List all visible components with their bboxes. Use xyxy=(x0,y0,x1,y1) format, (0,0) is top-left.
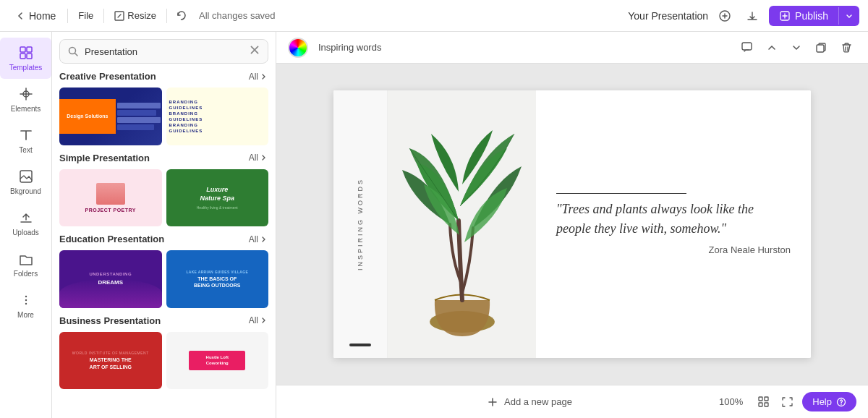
education-title: Education Presentation xyxy=(59,234,164,244)
svg-point-10 xyxy=(25,299,26,301)
chevron-right-icon xyxy=(260,153,268,162)
template-card-hustle[interactable]: Hustle LoftCoworking xyxy=(166,332,269,390)
undo-icon xyxy=(176,10,187,22)
slide-decorative-line xyxy=(556,193,686,194)
template-card-luxure[interactable]: LuxureNature Spa Healthy living & treatm… xyxy=(166,169,269,227)
text-icon xyxy=(18,127,34,143)
sidebar-item-folders[interactable]: Folders xyxy=(0,244,51,285)
slide-right-panel: "Trees and plants always look like the p… xyxy=(536,90,811,358)
business-section: Business Presentation All World Institut… xyxy=(59,315,268,390)
creative-section: Creative Presentation All Design Solutio… xyxy=(59,71,268,145)
elements-icon xyxy=(18,86,34,102)
color-picker-button[interactable] xyxy=(288,38,308,58)
templates-panel: Creative Presentation All Design Solutio… xyxy=(52,32,276,418)
slide-image-panel xyxy=(388,90,536,358)
resize-icon xyxy=(114,11,124,21)
svg-rect-16 xyxy=(759,397,762,401)
education-all[interactable]: All xyxy=(249,234,268,244)
simple-all[interactable]: All xyxy=(249,153,268,163)
search-box xyxy=(59,39,268,64)
slide-quote-container: "Trees and plants always look like the p… xyxy=(556,193,791,255)
slide-author-text: Zora Neale Hurston xyxy=(556,244,791,255)
delete-button[interactable] xyxy=(837,38,856,57)
education-header: Education Presentation All xyxy=(59,234,268,244)
business-grid: World Institute of Management MASTERING … xyxy=(59,332,268,390)
search-input[interactable] xyxy=(85,46,243,57)
chevron-right-icon xyxy=(260,235,268,244)
download-button[interactable] xyxy=(741,5,763,27)
business-header: Business Presentation All xyxy=(59,315,268,326)
search-clear-button[interactable] xyxy=(249,44,260,59)
slide-bottom-bar xyxy=(349,344,371,346)
template-card-project-poetry[interactable]: Project Poetry xyxy=(59,169,162,227)
duplicate-icon xyxy=(815,41,827,54)
zoom-level[interactable]: 100% xyxy=(713,393,749,410)
duplicate-button[interactable] xyxy=(812,38,831,57)
template-card-branding[interactable]: BRANDING GUIDELINES BRANDING GUIDELINES … xyxy=(166,88,269,145)
creative-all[interactable]: All xyxy=(249,72,268,82)
template-card-understanding[interactable]: Understanding Dreams xyxy=(59,250,162,308)
download-icon xyxy=(746,9,759,22)
add-page-button[interactable]: Add a new page xyxy=(346,396,713,408)
slide-vertical-text: Inspiring Words xyxy=(357,178,364,270)
chevron-left-icon xyxy=(14,10,26,22)
uploads-label: Uploads xyxy=(12,229,39,236)
file-label: File xyxy=(78,10,93,21)
grid-view-button[interactable] xyxy=(754,393,773,411)
help-icon xyxy=(836,397,846,407)
chevron-right-icon xyxy=(260,316,268,325)
separator xyxy=(67,9,68,23)
sidebar-item-elements[interactable]: Elements xyxy=(0,79,51,120)
template-card-mastering[interactable]: World Institute of Management MASTERING … xyxy=(59,332,162,390)
plant-illustration xyxy=(388,90,536,358)
svg-rect-3 xyxy=(20,47,25,52)
fullscreen-icon xyxy=(781,396,793,408)
slide-wrapper: Inspiring Words xyxy=(276,64,868,385)
publish-button[interactable]: Publish xyxy=(769,6,859,26)
slide-left-panel: Inspiring Words xyxy=(333,90,388,358)
fullscreen-button[interactable] xyxy=(778,393,796,411)
document-title[interactable]: Your Presentation xyxy=(628,10,708,22)
business-all[interactable]: All xyxy=(249,315,268,325)
publish-dropdown[interactable] xyxy=(838,7,859,25)
simple-title: Simple Presentation xyxy=(59,153,150,163)
save-status: All changes saved xyxy=(199,10,276,21)
svg-rect-8 xyxy=(20,171,32,182)
comment-button[interactable] xyxy=(737,38,757,57)
sidebar-item-text[interactable]: Text xyxy=(0,120,51,161)
more-icon xyxy=(18,292,34,308)
simple-grid: Project Poetry LuxureNature Spa Healthy … xyxy=(59,169,268,227)
creative-grid: Design Solutions xyxy=(59,88,268,145)
svg-rect-13 xyxy=(742,43,752,50)
svg-point-11 xyxy=(25,303,26,304)
close-icon xyxy=(249,44,260,56)
svg-rect-6 xyxy=(27,54,32,59)
search-icon xyxy=(67,46,79,57)
svg-rect-5 xyxy=(20,54,25,59)
collapse-button[interactable] xyxy=(762,38,781,57)
svg-rect-19 xyxy=(765,403,768,406)
resize-label: Resize xyxy=(127,10,156,21)
share-button[interactable] xyxy=(714,5,736,27)
help-button[interactable]: Help xyxy=(802,392,856,411)
resize-button[interactable]: Resize xyxy=(110,7,161,24)
sidebar-item-templates[interactable]: Templates xyxy=(0,38,51,79)
template-card-design-solutions[interactable]: Design Solutions xyxy=(59,88,162,145)
chevron-down-icon xyxy=(845,12,854,20)
canvas-toolbar-left: Inspiring words xyxy=(288,38,381,58)
expand-button[interactable] xyxy=(787,38,806,57)
home-button[interactable]: Home xyxy=(9,7,61,25)
sidebar-item-uploads[interactable]: Uploads xyxy=(0,202,51,244)
home-label: Home xyxy=(29,10,56,22)
sidebar-item-background[interactable]: Bkground xyxy=(0,161,51,202)
chevron-up-icon xyxy=(766,42,778,54)
template-card-basics[interactable]: Lake Arrian Guides Village THE BASICS OF… xyxy=(166,250,269,308)
file-button[interactable]: File xyxy=(74,7,98,24)
sidebar-item-more[interactable]: More xyxy=(0,285,51,326)
folder-icon xyxy=(18,251,34,267)
undo-button[interactable] xyxy=(173,7,190,25)
bottom-right: 100% Help xyxy=(713,392,856,411)
more-label: More xyxy=(17,311,34,319)
slide-canvas[interactable]: Inspiring Words xyxy=(333,90,811,358)
publish-icon xyxy=(779,10,791,22)
